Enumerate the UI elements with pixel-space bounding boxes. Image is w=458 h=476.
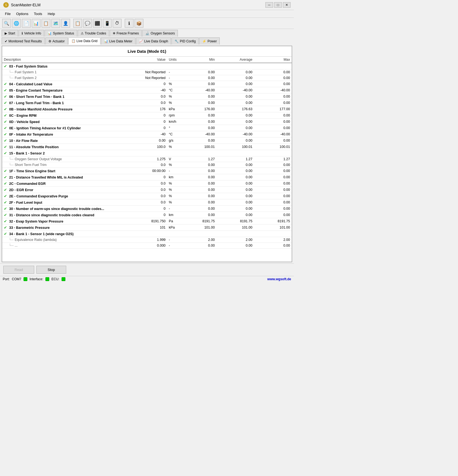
tab-freeze-frames[interactable]: ❄ Freeze Frames (110, 30, 142, 37)
minimize-button[interactable]: ─ (265, 2, 273, 8)
menu-file[interactable]: File (2, 11, 13, 17)
row-max: 0.00 (254, 119, 292, 125)
row-desc-sub: └─Oxygen Sensor Output Voltage (2, 156, 132, 162)
row-avg: -40.00 (216, 131, 254, 138)
tab-start[interactable]: ▶ Start (2, 30, 18, 37)
check-icon: ✔ (4, 206, 7, 211)
tab-oxygen-sensors[interactable]: 🔬 Oxygen Sensors (142, 30, 178, 37)
row-min: 0.00 (187, 199, 216, 206)
menu-help[interactable]: Help (45, 11, 58, 17)
tab-vehicle-info[interactable]: ℹ Vehicle Info (19, 30, 44, 37)
tab-pid-config[interactable]: 🔧 PID Config (172, 37, 199, 45)
row-units: km/h (167, 119, 187, 125)
table-row: └─Fuel System 1 Not Reported - 0.00 0.00… (2, 69, 292, 75)
row-avg (216, 150, 254, 156)
row-max: 101.00 (254, 224, 292, 231)
row-value: 0.0 (132, 94, 167, 100)
row-desc: ✔ 11 - Absolute Throttle Position (2, 144, 132, 150)
table-row: ✔ 30 - Number of warm-ups since diagnost… (2, 206, 292, 212)
check-icon: ✔ (4, 145, 7, 149)
toolbar-icon-8[interactable]: 📋 (73, 19, 82, 28)
row-min: 0.00 (187, 75, 216, 81)
toolbar-icon-1[interactable]: 🔍 (2, 19, 11, 28)
row-max: 8191.75 (254, 218, 292, 224)
row-max: 0.00 (254, 187, 292, 193)
check-icon: ✔ (4, 213, 7, 217)
toolbar-icon-5[interactable]: 📋 (42, 19, 50, 28)
check-icon: ✔ (4, 94, 7, 99)
port-led (24, 277, 27, 281)
toolbar-icon-4[interactable]: 📊 (32, 19, 40, 28)
bottom-buttons: Read Stop (0, 263, 294, 276)
row-desc: ✔ 21 - Distance Travelled While MIL is A… (2, 174, 132, 180)
toolbar-icon-9[interactable]: 💬 (83, 19, 92, 28)
col-description: Description (2, 57, 132, 63)
row-desc: ✔ 0C - Engine RPM (2, 112, 132, 119)
row-desc: ✔ 31 - Distance since diagnostic trouble… (2, 212, 132, 218)
row-min: 0.00 (187, 162, 216, 168)
menu-tools[interactable]: Tools (31, 11, 45, 17)
port-value: COM7 (12, 277, 21, 281)
read-button[interactable]: Read (3, 266, 34, 274)
toolbar-icon-2[interactable]: 🌐 (12, 19, 21, 28)
toolbar-icon-7[interactable]: 👤 (61, 19, 70, 28)
row-avg: 0.00 (216, 100, 254, 106)
row-min: -40.00 (187, 131, 216, 138)
toolbar-icon-11[interactable]: 📱 (103, 19, 112, 28)
tab-live-data-meter[interactable]: 📊 Live Data Meter (101, 37, 135, 45)
row-avg: 0.00 (216, 193, 254, 199)
tab-actuator[interactable]: ⚙ Actuator (45, 37, 68, 45)
table-row: ✔ 1F - Time Since Engine Start 00:00:00 … (2, 168, 292, 174)
row-max: 0.00 (254, 94, 292, 100)
row-desc: ✔ 15 - Bank 1 - Sensor 2 (2, 150, 132, 156)
row-desc: ✔ 2E - Commanded Evaporative Purge (2, 193, 132, 199)
stop-button[interactable]: Stop (36, 266, 66, 274)
row-min: 1.27 (187, 156, 216, 162)
toolbar-icon-13[interactable]: ℹ (125, 19, 134, 28)
website-link[interactable]: www.wgsoft.de (267, 277, 291, 281)
status-bar: Port: COM7 Interface: ECU: www.wgsoft.de (0, 276, 294, 282)
row-units: % (167, 162, 187, 168)
tab-power[interactable]: ⚡ Power (199, 37, 220, 45)
tab-system-status[interactable]: 📊 System Status (45, 30, 77, 37)
row-units: rpm (167, 112, 187, 119)
row-desc-sub: └─Fuel System 2 (2, 75, 132, 81)
col-value: Value (132, 57, 167, 63)
row-value: Not Reported (132, 75, 167, 81)
close-button[interactable]: ✕ (283, 2, 291, 8)
row-units: km (167, 212, 187, 218)
tab-trouble-codes[interactable]: ⚠ Trouble Codes (78, 30, 109, 37)
row-min (187, 150, 216, 156)
row-desc-sub: └─... (2, 243, 132, 249)
toolbar-icon-3[interactable]: 📄 (22, 19, 31, 28)
row-avg: 0.00 (216, 119, 254, 125)
row-units: Pa (167, 218, 187, 224)
maximize-button[interactable]: □ (274, 2, 282, 8)
row-max: 0.00 (254, 243, 292, 249)
menu-options[interactable]: Options (13, 11, 31, 17)
row-min: 0.00 (187, 100, 216, 106)
row-avg: 2.00 (216, 237, 254, 243)
row-value (132, 231, 167, 237)
check-icon: ✔ (4, 219, 7, 223)
tab-monitored-test-results[interactable]: ✔ Monitored Test Results (2, 37, 45, 45)
data-table-wrapper[interactable]: Description Value Units Min Average Max … (2, 57, 292, 262)
row-avg: 8191.75 (216, 218, 254, 224)
row-units: - (167, 168, 187, 174)
row-value: 0.0 (132, 180, 167, 187)
toolbar-icon-10[interactable]: ⬛ (93, 19, 102, 28)
row-value: 0 (132, 174, 167, 180)
table-row: ✔ 10 - Air Flow Rate 0.00 g/s 0.00 0.00 … (2, 138, 292, 144)
row-desc: ✔ 05 - Engine Coolant Temperature (2, 87, 132, 94)
toolbar-icon-12[interactable]: ⏱ (113, 19, 121, 28)
tab-live-data-graph[interactable]: 📈 Live Data Graph (136, 37, 171, 45)
toolbar-icon-14[interactable]: 📦 (135, 19, 143, 28)
row-max: -40.00 (254, 131, 292, 138)
app-logo: S (3, 2, 9, 8)
row-value: 0 (132, 112, 167, 119)
row-avg: 1.27 (216, 156, 254, 162)
toolbar-icon-6[interactable]: 🗺️ (51, 19, 60, 28)
tab-live-data-grid[interactable]: 📋 Live Data Grid (68, 37, 101, 45)
row-max: 0.00 (254, 168, 292, 174)
row-min: 0.00 (187, 193, 216, 199)
